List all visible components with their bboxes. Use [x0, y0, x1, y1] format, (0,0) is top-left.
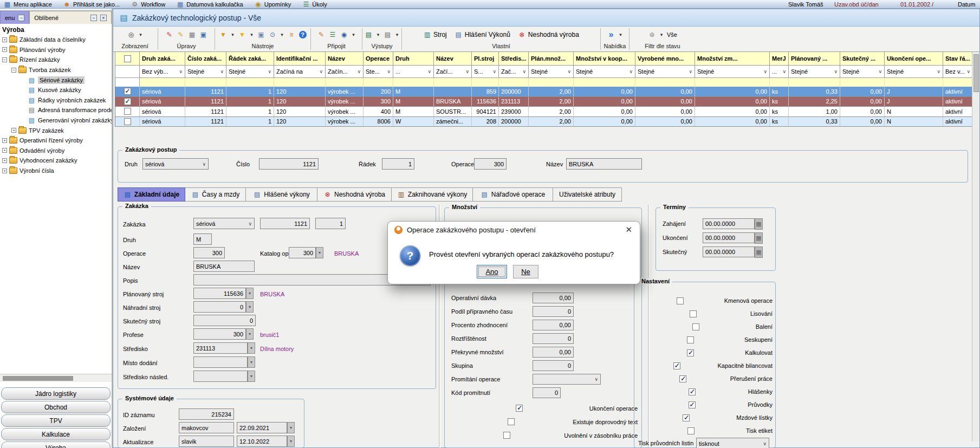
table-cell[interactable]: 904121 [472, 107, 499, 117]
checkbox[interactable] [683, 414, 690, 421]
checkbox[interactable] [687, 336, 694, 343]
table-cell[interactable]: 0,00 [635, 87, 695, 97]
table-cell[interactable]: 0,00 [695, 107, 770, 117]
quick-filter-cell[interactable] [115, 78, 140, 87]
tree-item[interactable]: −Řízení zakázky [0, 55, 113, 65]
module-button[interactable]: TPV [1, 414, 111, 427]
table-cell[interactable]: 0,00 [840, 96, 885, 107]
table-cell[interactable]: výrobek ... [326, 87, 364, 97]
expand-icon[interactable]: + [2, 158, 7, 163]
table-cell[interactable]: výrobek ... [326, 96, 364, 107]
quick-filter-cell[interactable] [695, 78, 770, 87]
expand-icon[interactable]: + [2, 47, 7, 52]
table-cell[interactable]: aktivní [943, 107, 973, 117]
druh-combo[interactable]: sériová∨ [142, 158, 209, 170]
date-field[interactable]: 00.00.0000 [703, 218, 755, 229]
column-header[interactable]: Ukončení ope... [885, 52, 943, 66]
edit-record-icon[interactable]: ✎ [177, 31, 185, 39]
filter-dropdown-icon[interactable]: ∨ [179, 69, 183, 74]
row-select-cell[interactable] [115, 107, 140, 117]
quick-filter-cell[interactable] [364, 78, 393, 87]
expand-icon[interactable]: + [2, 168, 7, 173]
table-cell[interactable]: N [885, 116, 943, 127]
filter-cell[interactable]: Začí...∨ [434, 66, 472, 78]
menubar-item[interactable]: ▦Datumová kalkulačka [176, 0, 243, 8]
calendar-icon[interactable]: ▦ [755, 232, 763, 244]
checkbox[interactable] [508, 418, 515, 425]
tab-active[interactable]: ▤Základní údaje [118, 187, 185, 202]
table-cell[interactable]: 2,00 [529, 87, 574, 97]
table-cell[interactable]: sériová [140, 87, 185, 97]
column-header[interactable]: Skutečný ... [840, 52, 885, 66]
quick-filter-cell[interactable] [789, 78, 840, 87]
quick-filter-cell[interactable] [274, 78, 326, 87]
table-cell[interactable]: aktivní [943, 87, 973, 97]
aktualizace-date-field[interactable]: 12.10.2022 [237, 436, 287, 447]
table-cell[interactable] [434, 87, 472, 97]
checkbox-row[interactable]: Balení [640, 320, 773, 333]
lookup-spinner[interactable]: ▾ [248, 356, 255, 368]
column-header[interactable]: Druh zaká... [140, 52, 185, 66]
filter-cell[interactable]: Ste...∨ [364, 66, 393, 78]
tree-item[interactable]: +Vyhodnocení zakázky [0, 155, 113, 166]
select-all-checkbox[interactable] [124, 55, 131, 62]
table-row[interactable]: sériová11211120výrobek ...200M8592000002… [115, 87, 973, 97]
menu-chevrons-icon[interactable]: » [607, 31, 615, 39]
table-cell[interactable]: 120 [274, 116, 326, 127]
filter-dropdown-icon[interactable]: ∨ [878, 69, 882, 74]
date-spinner[interactable]: ▾ [287, 436, 295, 447]
checkbox[interactable] [673, 362, 680, 369]
filter-cell[interactable]: Stejné∨ [226, 66, 274, 78]
tree-item[interactable]: +Operativní řízení výroby [0, 135, 113, 146]
radek-field[interactable]: 1 [382, 158, 414, 170]
help-icon[interactable]: ? [299, 31, 307, 38]
table-cell[interactable]: 0,00 [695, 96, 770, 107]
table-cell[interactable]: 0,00 [574, 107, 635, 117]
delete-record-icon[interactable]: ▦ [188, 31, 196, 39]
table-cell[interactable]: 1 [226, 96, 274, 107]
checkbox-row[interactable]: Existuje doprovodný text [453, 415, 638, 428]
table-cell[interactable]: BRUSKA [434, 96, 472, 107]
dropdown-arrow-icon[interactable]: ▾ [619, 31, 623, 39]
select-all-header[interactable] [115, 52, 140, 66]
katalog-field[interactable]: 300 [289, 247, 316, 258]
menubar-item[interactable]: ☻Přihlásit se jako... [63, 0, 120, 8]
filter-dropdown-icon[interactable]: ∨ [763, 69, 767, 74]
settings-icon[interactable]: ≡ [288, 31, 296, 39]
table-cell[interactable]: 239000 [499, 107, 529, 117]
field-input[interactable]: 0,00 [533, 320, 574, 330]
table-cell[interactable]: 1 [226, 87, 274, 97]
lookup-spinner[interactable]: ▾ [248, 342, 255, 354]
tab-favorites[interactable]: Oblíbené − × [29, 11, 112, 24]
module-button[interactable]: Výroba [1, 441, 111, 448]
table-cell[interactable]: 0,00 [840, 87, 885, 97]
checklist-icon[interactable]: ☰ [329, 31, 337, 39]
filter-cell[interactable]: ...∨ [393, 66, 434, 78]
checkbox[interactable] [503, 432, 510, 439]
operace-field[interactable]: 300 [474, 158, 507, 170]
tree-item[interactable]: ▤Kusové zakázky [0, 85, 113, 95]
table-cell[interactable]: 0,00 [574, 96, 635, 107]
filter-cell[interactable] [115, 66, 140, 78]
quick-filter-cell[interactable] [529, 78, 574, 87]
tree-item[interactable]: +Odvádění výroby [0, 146, 113, 156]
filter-dropdown-icon[interactable]: ∨ [465, 69, 469, 74]
column-header[interactable]: Druh [393, 52, 434, 66]
checkbox-row[interactable]: Kalkulovat [640, 346, 773, 359]
dropdown-arrow-icon[interactable]: ▾ [659, 31, 664, 39]
filter-dropdown-icon[interactable]: ∨ [567, 69, 571, 74]
filter-cell[interactable]: ...∨ [770, 66, 789, 78]
checkbox[interactable] [690, 310, 697, 317]
table-cell[interactable]: 0,00 [574, 87, 635, 97]
filter-cell[interactable]: Bez v...∨ [943, 66, 973, 78]
status-filter-icon[interactable]: ⊕ [648, 31, 656, 39]
zakazka-cislo-field[interactable]: 1121 [260, 218, 310, 229]
close-icon[interactable]: ✕ [625, 225, 632, 235]
table-cell[interactable]: ks [770, 87, 789, 97]
checkbox[interactable] [677, 297, 684, 304]
table-cell[interactable]: 200000 [499, 116, 529, 127]
quick-filter-cell[interactable] [574, 78, 635, 87]
checkbox-row[interactable]: Kmenová operace [640, 294, 773, 307]
dropdown-arrow-icon[interactable]: ▾ [395, 31, 399, 39]
cislo-field[interactable]: 1121 [259, 158, 319, 170]
